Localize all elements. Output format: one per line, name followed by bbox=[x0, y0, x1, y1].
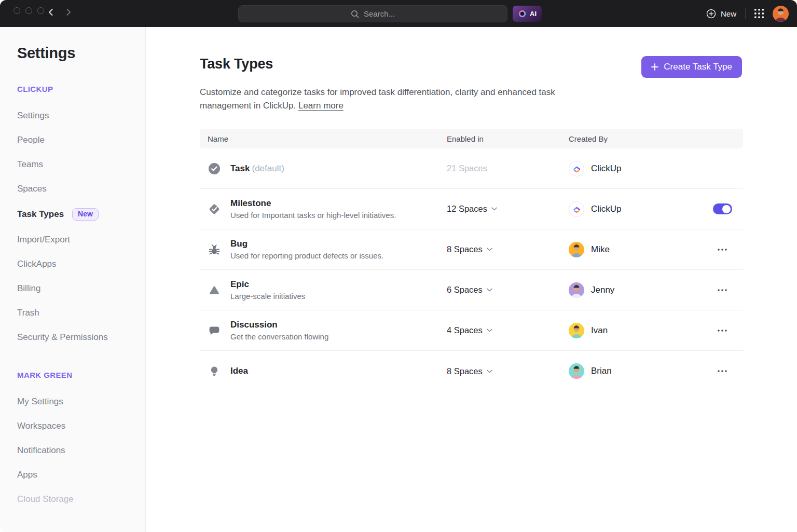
sidebar-item-security-permissions[interactable]: Security & Permissions bbox=[17, 332, 145, 343]
settings-sidebar: Settings CLICKUP Settings People Teams S… bbox=[0, 27, 146, 532]
sidebar-item-trash[interactable]: Trash bbox=[17, 308, 145, 318]
enabled-in-dropdown[interactable]: 6 Spaces bbox=[447, 285, 569, 295]
plus-circle-icon bbox=[706, 9, 716, 19]
create-task-type-label: Create Task Type bbox=[664, 62, 732, 72]
creator-name: Brian bbox=[591, 366, 612, 376]
search-placeholder: Search... bbox=[364, 9, 395, 18]
enabled-in-dropdown[interactable]: 8 Spaces bbox=[447, 244, 569, 254]
chevron-down-icon bbox=[487, 329, 492, 332]
table-row-idea: Idea 8 Spaces Brian bbox=[200, 351, 743, 391]
table-row-task: Task(default) 21 Spaces ClickUp bbox=[200, 148, 743, 189]
creator-cell: ClickUp bbox=[569, 161, 702, 176]
creator-cell: ClickUp bbox=[569, 201, 702, 217]
main-content: Task Types Create Task Type Customize an… bbox=[146, 27, 797, 532]
creator-name: Mike bbox=[591, 244, 610, 255]
task-type-name: Idea bbox=[230, 366, 248, 376]
ai-button[interactable]: AI bbox=[513, 6, 542, 22]
task-type-description: Used for Important tasks or high-level i… bbox=[230, 211, 396, 220]
default-suffix: (default) bbox=[252, 163, 284, 173]
search-input[interactable]: Search... bbox=[238, 5, 507, 22]
discussion-bubble-icon bbox=[207, 324, 222, 337]
enabled-in-value: 21 Spaces bbox=[447, 163, 569, 173]
back-icon[interactable] bbox=[48, 8, 53, 16]
idea-lightbulb-icon bbox=[207, 364, 222, 378]
task-check-circle-icon bbox=[207, 161, 222, 176]
creator-avatar bbox=[569, 282, 584, 298]
window-control-close[interactable] bbox=[13, 7, 20, 14]
ellipsis-icon bbox=[717, 289, 727, 292]
sidebar-item-spaces[interactable]: Spaces bbox=[17, 184, 145, 194]
column-header-enabled-in: Enabled in bbox=[447, 134, 569, 143]
sidebar-item-billing[interactable]: Billing bbox=[17, 283, 145, 294]
sidebar-item-settings[interactable]: Settings bbox=[17, 111, 145, 121]
column-header-created-by: Created By bbox=[569, 134, 702, 143]
ellipsis-icon bbox=[717, 370, 727, 373]
epic-triangle-icon bbox=[207, 283, 222, 297]
clickup-logo-icon bbox=[569, 161, 584, 176]
creator-name: Jenny bbox=[591, 285, 614, 295]
topbar-right: New bbox=[706, 0, 789, 27]
nav-arrows bbox=[48, 8, 72, 16]
sidebar-item-my-settings[interactable]: My Settings bbox=[17, 397, 145, 407]
ellipsis-icon bbox=[717, 329, 727, 332]
sidebar-item-apps[interactable]: Apps bbox=[17, 470, 145, 480]
learn-more-link[interactable]: Learn more bbox=[298, 101, 343, 111]
enabled-in-dropdown[interactable]: 8 Spaces bbox=[447, 366, 569, 376]
app-grid-button[interactable] bbox=[754, 9, 764, 18]
search-icon bbox=[351, 10, 359, 18]
task-type-description: Get the conversation flowing bbox=[230, 332, 328, 341]
row-menu-button[interactable] bbox=[714, 366, 731, 376]
new-badge: New bbox=[72, 208, 99, 221]
sidebar-item-teams[interactable]: Teams bbox=[17, 159, 145, 170]
new-button-label: New bbox=[721, 9, 736, 18]
row-menu-button[interactable] bbox=[714, 326, 731, 335]
sidebar-item-cloud-storage[interactable]: Cloud Storage bbox=[17, 494, 145, 504]
sidebar-item-clickapps[interactable]: ClickApps bbox=[17, 259, 145, 269]
grid-icon bbox=[754, 9, 764, 18]
creator-name: ClickUp bbox=[591, 204, 622, 214]
window-control-minimize[interactable] bbox=[25, 7, 32, 14]
ai-ring-icon bbox=[518, 9, 527, 18]
creator-cell: Brian bbox=[569, 363, 702, 379]
task-type-name: Task bbox=[230, 163, 250, 173]
sidebar-item-import-export[interactable]: Import/Export bbox=[17, 235, 145, 245]
window-control-maximize[interactable] bbox=[37, 7, 44, 14]
sidebar-item-task-types[interactable]: Task Types New bbox=[17, 208, 145, 221]
sidebar-title: Settings bbox=[17, 45, 145, 62]
enable-toggle-on[interactable] bbox=[713, 203, 732, 214]
table-row-bug: Bug Used for reporting product defects o… bbox=[200, 229, 743, 270]
window-controls bbox=[13, 7, 44, 14]
topbar-separator bbox=[745, 8, 746, 19]
enabled-in-dropdown[interactable]: 12 Spaces bbox=[447, 204, 569, 214]
forward-icon[interactable] bbox=[66, 8, 72, 16]
task-type-name: Bug bbox=[230, 239, 383, 249]
sidebar-item-notifications[interactable]: Notifications bbox=[17, 445, 145, 456]
new-button[interactable]: New bbox=[706, 9, 736, 19]
workspace-section-heading: CLICKUP bbox=[17, 85, 145, 93]
bug-icon bbox=[207, 243, 222, 256]
chevron-down-icon bbox=[487, 370, 492, 373]
chevron-down-icon bbox=[487, 248, 492, 251]
create-task-type-button[interactable]: Create Task Type bbox=[641, 56, 742, 78]
row-menu-button[interactable] bbox=[714, 285, 731, 295]
app-window: Search... AI New bbox=[0, 0, 797, 532]
chevron-down-icon bbox=[491, 207, 497, 211]
sidebar-item-people[interactable]: People bbox=[17, 135, 145, 145]
milestone-diamond-icon bbox=[207, 202, 222, 216]
user-avatar[interactable] bbox=[773, 6, 789, 22]
task-types-table: Name Enabled in Created By Task(default)… bbox=[200, 129, 743, 391]
enabled-in-dropdown[interactable]: 4 Spaces bbox=[447, 325, 569, 335]
table-row-discussion: Discussion Get the conversation flowing … bbox=[200, 310, 743, 351]
ai-button-label: AI bbox=[530, 10, 537, 18]
task-type-name: Epic bbox=[230, 279, 305, 290]
chevron-down-icon bbox=[487, 288, 492, 292]
clickup-logo-icon bbox=[569, 201, 584, 217]
table-row-milestone: Milestone Used for Important tasks or hi… bbox=[200, 189, 743, 229]
table-row-epic: Epic Large-scale initiatives 6 Spaces Je… bbox=[200, 270, 743, 310]
task-type-name: Milestone bbox=[230, 198, 396, 209]
row-menu-button[interactable] bbox=[714, 245, 731, 254]
creator-avatar bbox=[569, 323, 584, 338]
sidebar-item-workspaces[interactable]: Workspaces bbox=[17, 421, 145, 431]
user-section-heading: MARK GREEN bbox=[17, 371, 145, 379]
ellipsis-icon bbox=[717, 248, 727, 251]
